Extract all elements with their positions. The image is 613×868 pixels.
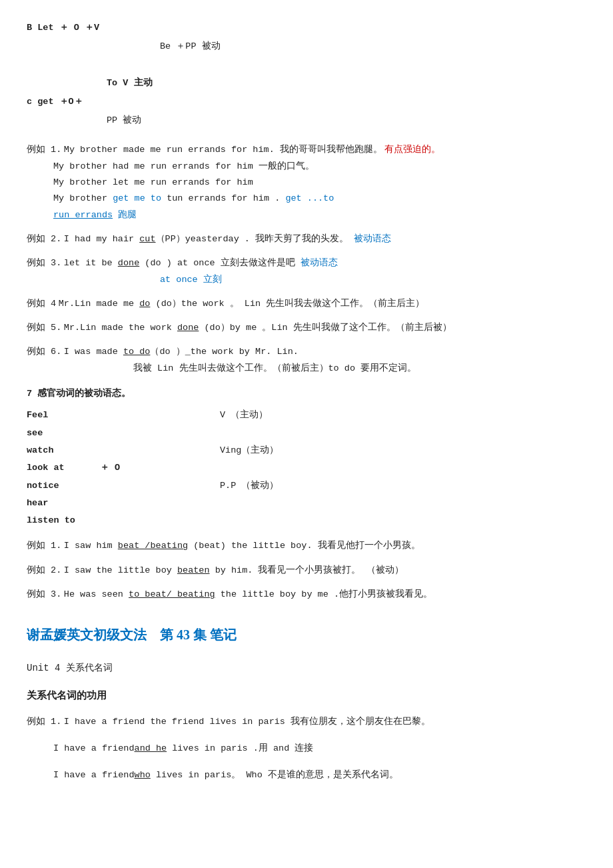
grammar-row-see: see: [27, 425, 586, 441]
ex1-line4: My brother get me to tun errands for him…: [53, 191, 586, 207]
example-3: 例如 3. let it be done (do ) at once 立刻去做这…: [27, 254, 586, 288]
to-v-section: To V 主动 c get ＋O＋ PP 被动: [27, 75, 586, 129]
ex1-line1: 例如 1. My brother made me run errands for…: [27, 141, 586, 158]
example-6: 例如 6. I was made to do（do ）_the work by …: [27, 343, 586, 377]
c-get-label: c get ＋O＋: [27, 94, 586, 110]
ex1-line3: My brother let me run errands for him: [53, 175, 586, 191]
grammar-row-watch: watch Ving（主动）: [27, 443, 586, 459]
unit-title: Unit 4 关系代名词: [27, 660, 586, 677]
ex1-line5: run errands 跑腿: [53, 207, 586, 223]
ch43-ex1b: I have a friendwho lives in paris。 Who 不…: [53, 766, 586, 783]
to-v-label: To V 主动: [107, 75, 586, 91]
pp-passive-label: PP 被动: [107, 113, 586, 129]
example-5: 例如 5. Mr.Lin made the work done (do）by m…: [27, 319, 586, 336]
section7-ex1: 例如 1. I saw him beat /beating (beat) the…: [27, 537, 586, 554]
example-2: 例如 2. I had my hair cut（PP）yeasterday . …: [27, 230, 586, 247]
section7-ex2: 例如 2. I saw the little boy beaten by him…: [27, 561, 586, 579]
chapter43-title: 谢孟媛英文初级文法 第 43 集 笔记: [27, 623, 586, 647]
examples-section: 例如 1. My brother made me run errands for…: [27, 141, 586, 377]
grammar-row-listento: listen to: [27, 513, 586, 529]
grammar-row-feel: Feel V （主动）: [27, 407, 586, 423]
example-4: 例如 4 Mr.Lin made me do (do）the work 。 Li…: [27, 295, 586, 312]
grammar-row-notice: notice P.P （被动）: [27, 478, 586, 494]
grammar-row-hear: hear: [27, 495, 586, 511]
header-line1: B Let ＋ O ＋V: [27, 20, 586, 36]
example-1: 例如 1. My brother made me run errands for…: [27, 141, 586, 223]
grammar-row-lookat: look at ＋ O: [27, 460, 586, 476]
header-line2: Be ＋PP 被动: [160, 39, 586, 55]
ch43-ex1: 例如 1. I have a friend the friend lives i…: [27, 713, 586, 730]
section-title-guanyong: 关系代名词的功用: [27, 687, 586, 705]
ex1-line2: My brother had me run errands for him 一般…: [53, 159, 586, 175]
ch43-ex1a: I have a friendand he lives in paris .用 …: [53, 739, 586, 757]
section7: 7 感官动词的被动语态。 Feel V （主动） see watch Ving（…: [27, 386, 586, 603]
header-section: B Let ＋ O ＋V Be ＋PP 被动: [27, 20, 586, 55]
section7-title: 7 感官动词的被动语态。: [27, 386, 586, 402]
grammar-table: Feel V （主动） see watch Ving（主动） look at ＋…: [27, 407, 586, 529]
chapter43-section: 谢孟媛英文初级文法 第 43 集 笔记 Unit 4 关系代名词 关系代名词的功…: [27, 623, 586, 783]
section7-ex3: 例如 3. He was seen to beat/ beating the l…: [27, 585, 586, 603]
